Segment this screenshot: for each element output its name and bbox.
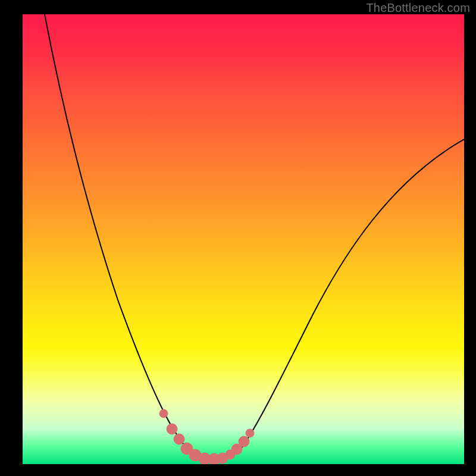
marker-group bbox=[159, 409, 254, 464]
marker-dot bbox=[174, 434, 184, 444]
marker-dot bbox=[239, 436, 249, 447]
marker-dot bbox=[159, 409, 168, 418]
plot-area bbox=[23, 14, 464, 464]
bottleneck-curve bbox=[45, 14, 464, 460]
watermark-text: TheBottleneck.com bbox=[366, 1, 470, 15]
chart-frame: TheBottleneck.com bbox=[0, 0, 476, 476]
bottleneck-curve-svg bbox=[23, 14, 464, 464]
marker-dot bbox=[246, 429, 254, 437]
marker-dot bbox=[167, 424, 177, 434]
